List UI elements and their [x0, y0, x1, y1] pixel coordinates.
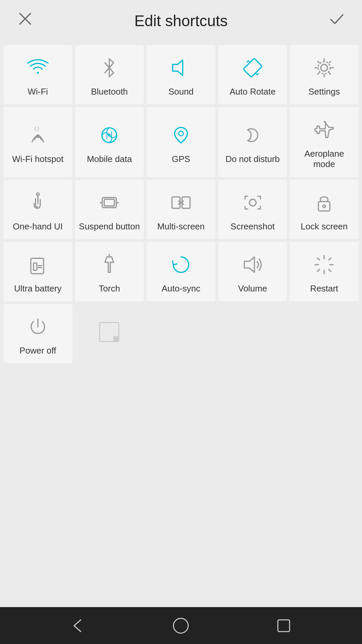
- settings-label: Settings: [308, 87, 340, 97]
- autosync-icon: [168, 251, 194, 278]
- grid-item-volume[interactable]: Volume: [218, 242, 287, 301]
- grid-item-suspend[interactable]: Suspend button: [75, 180, 144, 239]
- torch-label: Torch: [99, 283, 120, 294]
- svg-line-37: [317, 258, 319, 260]
- svg-line-35: [317, 269, 319, 271]
- svg-rect-21: [318, 202, 330, 211]
- header: Edit shortcuts: [0, 0, 362, 42]
- torch-icon: [96, 251, 123, 278]
- ultrabattery-icon: [24, 251, 51, 278]
- volume-label: Volume: [238, 283, 267, 294]
- grid-item-ultrabattery[interactable]: Ultra battery: [3, 242, 72, 301]
- page-title: Edit shortcuts: [134, 12, 228, 30]
- mobiledata-label: Mobile data: [87, 154, 132, 164]
- svg-rect-19: [182, 197, 190, 208]
- svg-rect-40: [278, 620, 290, 632]
- grid-item-restart[interactable]: Restart: [290, 242, 359, 301]
- wifi-icon: [24, 54, 51, 81]
- svg-point-20: [249, 199, 256, 206]
- sound-label: Sound: [168, 87, 193, 97]
- autosync-label: Auto-sync: [162, 283, 200, 294]
- svg-text:(.): (.): [35, 126, 39, 131]
- restart-icon: [311, 251, 338, 278]
- svg-point-5: [321, 64, 327, 71]
- multiscreen-icon: [168, 189, 194, 216]
- svg-point-8: [37, 136, 38, 137]
- svg-rect-25: [34, 263, 37, 270]
- svg-point-2: [37, 72, 39, 74]
- shortcuts-grid: Wi-Fi Bluetooth Sound: [0, 42, 362, 607]
- onehand-icon: [24, 189, 51, 216]
- gps-icon: [168, 122, 194, 149]
- suspend-label: Suspend button: [79, 221, 140, 232]
- confirm-button[interactable]: [325, 10, 349, 32]
- grid-item-torch[interactable]: Torch: [75, 242, 144, 301]
- screenshot-label: Screenshot: [231, 221, 275, 232]
- grid-item-autosync[interactable]: Auto-sync: [146, 242, 216, 301]
- grid-item-gps[interactable]: GPS: [146, 107, 216, 177]
- svg-line-31: [329, 258, 331, 260]
- navigation-bar: [0, 607, 362, 644]
- autorotate-icon: [239, 54, 266, 81]
- grid-item-sound[interactable]: Sound: [146, 45, 216, 104]
- grid-item-wifi-hotspot[interactable]: (.) Wi-Fi hotspot: [3, 107, 72, 177]
- svg-rect-4: [243, 58, 262, 77]
- suspend-icon: [96, 189, 123, 216]
- restart-label: Restart: [310, 283, 338, 294]
- lockscreen-icon: [311, 189, 338, 216]
- grid-item-aeroplane[interactable]: Aeroplane mode: [290, 107, 359, 177]
- screenshot-icon: [239, 189, 266, 216]
- svg-line-33: [329, 269, 331, 271]
- grid-layout: Wi-Fi Bluetooth Sound: [3, 45, 359, 363]
- grid-item-bluetooth[interactable]: Bluetooth: [75, 45, 144, 104]
- multiscreen-label: Multi-screen: [157, 221, 205, 232]
- svg-point-39: [174, 618, 188, 633]
- svg-point-12: [179, 131, 183, 136]
- wifi-label: Wi-Fi: [27, 87, 48, 97]
- svg-marker-3: [173, 60, 183, 75]
- svg-point-22: [323, 205, 325, 208]
- bluetooth-icon: [96, 54, 123, 81]
- svg-point-13: [37, 193, 39, 196]
- close-button[interactable]: [13, 10, 37, 32]
- gps-label: GPS: [172, 154, 190, 164]
- svg-point-11: [108, 134, 111, 137]
- ultrabattery-label: Ultra battery: [14, 283, 62, 294]
- grid-item-screenshot[interactable]: Screenshot: [218, 180, 287, 239]
- hotspot-icon: (.): [24, 122, 51, 149]
- aeroplane-icon: [311, 116, 338, 143]
- grid-item-multiscreen[interactable]: Multi-screen: [146, 180, 216, 239]
- lockscreen-label: Lock screen: [301, 221, 348, 232]
- svg-marker-29: [244, 257, 254, 272]
- grid-item-donotdisturb[interactable]: Do not disturb: [218, 107, 287, 177]
- sound-icon: [168, 54, 194, 81]
- svg-point-6: [318, 62, 330, 74]
- aeroplane-label: Aeroplane mode: [293, 149, 355, 169]
- grid-item-settings[interactable]: Settings: [290, 45, 359, 104]
- bluetooth-label: Bluetooth: [91, 87, 128, 97]
- onehand-label: One-hand UI: [13, 221, 63, 232]
- empty-icon: [96, 319, 123, 345]
- svg-rect-15: [104, 199, 114, 206]
- grid-item-lockscreen[interactable]: Lock screen: [290, 180, 359, 239]
- svg-rect-18: [172, 197, 180, 208]
- autorotate-label: Auto Rotate: [230, 87, 276, 97]
- home-button[interactable]: [169, 614, 193, 637]
- donotdisturb-label: Do not disturb: [226, 154, 280, 164]
- recents-button[interactable]: [272, 614, 296, 637]
- donotdisturb-icon: [239, 122, 266, 149]
- grid-item-wifi[interactable]: Wi-Fi: [3, 45, 72, 104]
- mobiledata-icon: [96, 122, 123, 149]
- back-button[interactable]: [66, 614, 90, 637]
- grid-item-poweroff[interactable]: Power off: [3, 304, 72, 363]
- poweroff-label: Power off: [19, 345, 56, 356]
- grid-item-onehand[interactable]: One-hand UI: [3, 180, 72, 239]
- volume-icon: [239, 251, 266, 278]
- poweroff-icon: [24, 313, 51, 340]
- grid-item-mobile-data[interactable]: Mobile data: [75, 107, 144, 177]
- grid-item-empty[interactable]: [75, 304, 144, 363]
- hotspot-label: Wi-Fi hotspot: [12, 154, 63, 164]
- grid-item-autorotate[interactable]: Auto Rotate: [218, 45, 287, 104]
- settings-icon: [311, 54, 338, 81]
